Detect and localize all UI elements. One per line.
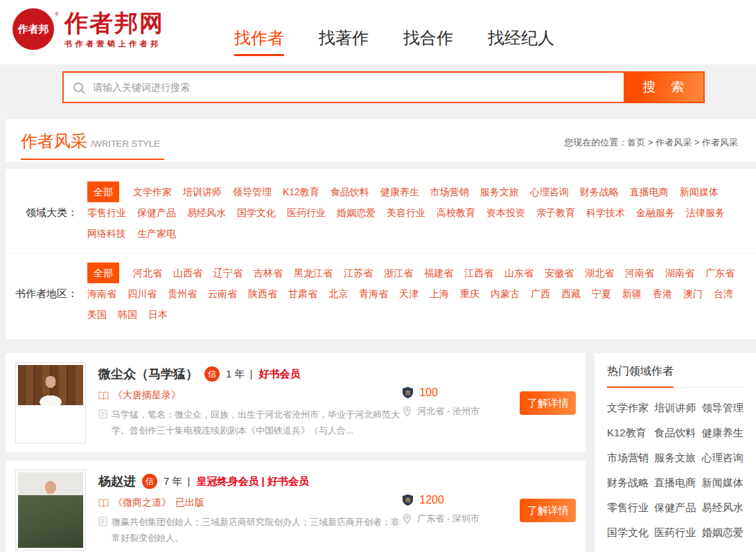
category-tag[interactable]: 财务战略 xyxy=(580,181,619,202)
region-tag[interactable]: 河北省 xyxy=(133,262,162,283)
hot-field-tag[interactable]: 新闻媒体 xyxy=(702,477,744,490)
breadcrumb[interactable]: 您现在的位置：首页 > 作者风采 > 作者风采 xyxy=(564,136,738,149)
region-tag[interactable]: 美国 xyxy=(87,304,107,325)
region-tag[interactable]: 河南省 xyxy=(625,262,654,283)
region-tag[interactable]: 广东省 xyxy=(705,262,735,283)
author-avatar[interactable] xyxy=(15,470,86,551)
region-tag[interactable]: 山东省 xyxy=(504,262,534,283)
category-tag[interactable]: 医药行业 xyxy=(287,202,326,223)
category-tag[interactable]: 生产家电 xyxy=(137,223,176,244)
category-tag[interactable]: 零售行业 xyxy=(87,202,126,223)
category-tag[interactable]: 法律服务 xyxy=(686,202,725,223)
category-tag[interactable]: 保健产品 xyxy=(137,202,176,223)
category-tag[interactable]: 易经风水 xyxy=(187,202,226,223)
region-tag[interactable]: 上海 xyxy=(430,283,449,304)
book-title[interactable]: 《大唐摘星录》 xyxy=(113,389,181,402)
category-tag[interactable]: 培训讲师 xyxy=(183,181,222,202)
category-tag[interactable]: 网络科技 xyxy=(87,223,126,244)
region-tag[interactable]: 海南省 xyxy=(87,283,116,304)
hot-field-tag[interactable]: 服务文旅 xyxy=(654,452,696,465)
category-tag[interactable]: 国学文化 xyxy=(237,202,276,223)
region-tag[interactable]: 澳门 xyxy=(683,283,703,304)
region-tag[interactable]: 湖南省 xyxy=(665,262,694,283)
region-tag[interactable]: 天津 xyxy=(399,283,419,304)
region-tag[interactable]: 新疆 xyxy=(622,283,642,304)
category-tag[interactable]: 领导管理 xyxy=(233,181,272,202)
hot-field-tag[interactable]: 财务战略 xyxy=(607,477,649,490)
region-tag-all[interactable]: 全部 xyxy=(87,262,119,283)
category-tag[interactable]: 心理咨询 xyxy=(530,181,569,202)
nav-tab[interactable]: 找著作 xyxy=(319,27,369,56)
region-tag[interactable]: 黑龙江省 xyxy=(294,262,333,283)
hot-field-tag[interactable]: 国学文化 xyxy=(607,526,649,540)
region-tag[interactable]: 西藏 xyxy=(561,283,581,304)
region-tag[interactable]: 香港 xyxy=(653,283,672,304)
region-tag[interactable]: 台湾 xyxy=(714,283,733,304)
author-name[interactable]: 微尘众（马学猛） xyxy=(98,366,198,382)
region-tag[interactable]: 重庆 xyxy=(460,283,480,304)
region-tag[interactable]: 福建省 xyxy=(424,262,453,283)
category-tag[interactable]: 市场营销 xyxy=(430,181,469,202)
region-tag[interactable]: 江苏省 xyxy=(344,262,373,283)
hot-field-tag[interactable]: 保健产品 xyxy=(654,501,696,515)
region-tag[interactable]: 湖北省 xyxy=(585,262,614,283)
hot-field-tag[interactable]: 培训讲师 xyxy=(654,402,696,415)
region-tag[interactable]: 浙江省 xyxy=(384,262,413,283)
hot-field-tag[interactable]: 领导管理 xyxy=(702,402,744,415)
region-tag[interactable]: 广西 xyxy=(531,283,550,304)
category-tag[interactable]: 高校教育 xyxy=(437,202,475,223)
hot-field-tag[interactable]: 易经风水 xyxy=(702,501,744,515)
region-tag[interactable]: 内蒙古 xyxy=(491,283,520,304)
region-tag[interactable]: 陕西省 xyxy=(248,283,277,304)
region-tag[interactable]: 辽宁省 xyxy=(213,262,243,283)
search-button[interactable]: 搜 索 xyxy=(624,73,703,102)
hot-field-tag[interactable]: K12教育 xyxy=(607,427,649,440)
region-tag[interactable]: 甘肃省 xyxy=(288,283,317,304)
region-tag[interactable]: 北京 xyxy=(328,283,348,304)
region-tag[interactable]: 贵州省 xyxy=(168,283,197,304)
nav-tab[interactable]: 找作者 xyxy=(234,27,284,56)
category-tag[interactable]: 食品饮料 xyxy=(331,181,369,202)
hot-field-tag[interactable]: 市场营销 xyxy=(607,452,649,465)
hot-field-tag[interactable]: 零售行业 xyxy=(607,501,649,515)
author-name[interactable]: 杨赵进 xyxy=(98,473,136,490)
hot-field-tag[interactable]: 直播电商 xyxy=(654,477,696,490)
category-tag[interactable]: 金融服务 xyxy=(636,202,675,223)
category-tag[interactable]: 直播电商 xyxy=(630,181,669,202)
hot-field-tag[interactable]: 文学作家 xyxy=(607,402,649,415)
category-tag[interactable]: 服务文旅 xyxy=(480,181,519,202)
search-input[interactable] xyxy=(64,73,624,102)
hot-field-tag[interactable]: 心理咨询 xyxy=(702,452,744,465)
region-tag[interactable]: 青海省 xyxy=(359,283,388,304)
region-tag[interactable]: 日本 xyxy=(148,304,168,325)
hot-field-tag[interactable]: 健康养生 xyxy=(702,427,744,440)
region-tag[interactable]: 吉林省 xyxy=(254,262,283,283)
book-title[interactable]: 《微商之道》 xyxy=(113,497,171,509)
detail-button[interactable]: 了解详情 xyxy=(520,391,576,415)
region-tag[interactable]: 云南省 xyxy=(208,283,237,304)
category-tag[interactable]: K12教育 xyxy=(283,181,319,202)
category-tag[interactable]: 新闻媒体 xyxy=(680,181,719,202)
hot-field-tag[interactable]: 医药行业 xyxy=(654,526,696,540)
category-tag[interactable]: 科学技术 xyxy=(586,202,625,223)
category-tag[interactable]: 资本投资 xyxy=(486,202,525,223)
category-tag[interactable]: 美容行业 xyxy=(387,202,425,223)
nav-tab[interactable]: 找合作 xyxy=(403,27,453,56)
region-tag[interactable]: 安徽省 xyxy=(545,262,574,283)
region-tag[interactable]: 宁夏 xyxy=(592,283,611,304)
author-avatar[interactable] xyxy=(15,362,86,443)
category-tag[interactable]: 健康养生 xyxy=(380,181,419,202)
region-tag[interactable]: 山西省 xyxy=(173,262,202,283)
region-tag[interactable]: 四川省 xyxy=(128,283,157,304)
site-logo[interactable]: 作者邦 ® 作者邦网 书作者营销上作者邦 xyxy=(12,8,164,50)
hot-field-tag[interactable]: 食品饮料 xyxy=(654,427,696,440)
category-tag[interactable]: 文学作家 xyxy=(133,181,172,202)
hot-field-tag[interactable]: 婚姻恋爱 xyxy=(702,526,744,540)
category-tag[interactable]: 亲子教育 xyxy=(536,202,575,223)
region-tag[interactable]: 江西省 xyxy=(464,262,493,283)
category-tag[interactable]: 婚姻恋爱 xyxy=(337,202,376,223)
detail-button[interactable]: 了解详情 xyxy=(520,499,576,522)
category-tag-all[interactable]: 全部 xyxy=(87,181,119,202)
nav-tab[interactable]: 找经纪人 xyxy=(488,27,554,56)
region-tag[interactable]: 韩国 xyxy=(118,304,137,325)
